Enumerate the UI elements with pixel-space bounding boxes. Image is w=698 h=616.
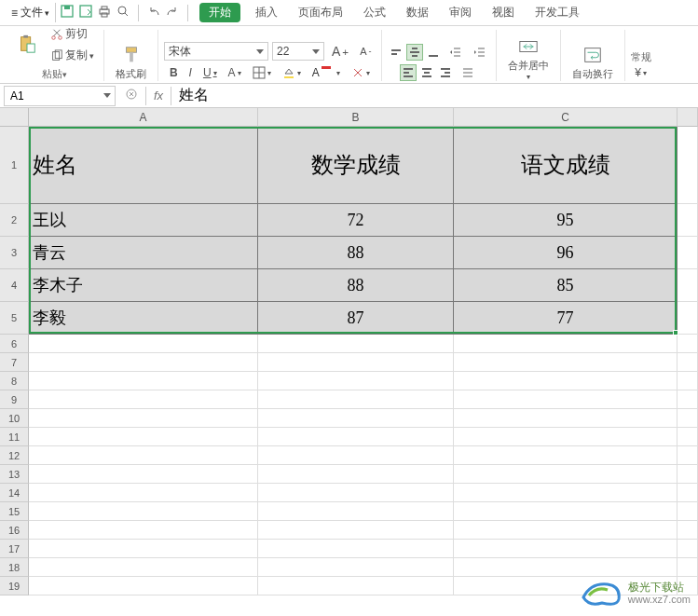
align-center-icon[interactable]	[418, 64, 435, 81]
cell[interactable]	[29, 372, 258, 390]
align-top-icon[interactable]	[388, 44, 404, 61]
save-as-icon[interactable]	[78, 4, 93, 21]
cell[interactable]: 72	[258, 204, 454, 237]
cell[interactable]	[258, 484, 454, 502]
file-menu[interactable]: ≡ 文件 ▾	[6, 3, 56, 22]
row-header[interactable]: 13	[0, 465, 29, 484]
decrease-font-icon[interactable]: A-	[356, 44, 375, 59]
row-header[interactable]: 5	[0, 302, 29, 335]
cells-area[interactable]: 姓名数学成绩语文成绩王以7295青云8896李木子8885李毅8777	[29, 127, 698, 595]
column-header[interactable]: C	[454, 108, 677, 127]
row-header[interactable]: 14	[0, 484, 29, 502]
cell[interactable]	[29, 446, 258, 465]
cell[interactable]: 88	[258, 237, 454, 269]
border-button[interactable]: ▾	[249, 64, 275, 81]
increase-font-icon[interactable]: A+	[328, 42, 352, 61]
column-header[interactable]: A	[29, 108, 258, 127]
cell[interactable]	[454, 521, 677, 540]
font-color-button[interactable]: A▾	[308, 64, 344, 81]
cell[interactable]	[454, 335, 677, 353]
cell[interactable]	[258, 502, 454, 521]
cell[interactable]	[677, 465, 698, 484]
print-icon[interactable]	[97, 4, 112, 21]
cell[interactable]	[29, 484, 258, 502]
cell[interactable]: 96	[454, 237, 677, 269]
cell[interactable]: 李毅	[29, 302, 258, 335]
cell[interactable]	[454, 372, 677, 390]
cell[interactable]: 88	[258, 269, 454, 302]
cell[interactable]	[677, 502, 698, 521]
cell[interactable]	[677, 484, 698, 502]
cell[interactable]: 77	[454, 302, 677, 335]
copy-button[interactable]: 复制▾	[47, 46, 98, 65]
cell[interactable]	[677, 558, 698, 577]
cell[interactable]	[454, 428, 677, 446]
cell[interactable]	[29, 409, 258, 428]
cell[interactable]	[454, 558, 677, 577]
cell[interactable]	[258, 390, 454, 409]
cancel-formula-icon[interactable]	[125, 88, 138, 103]
font-name-select[interactable]: 宋体	[164, 42, 268, 61]
row-header[interactable]: 6	[0, 335, 29, 353]
increase-indent-icon[interactable]	[470, 44, 490, 61]
cell[interactable]	[454, 390, 677, 409]
align-justify-icon[interactable]	[458, 64, 478, 81]
paste-button[interactable]	[11, 34, 43, 56]
wrap-text-button[interactable]: 自动换行	[567, 45, 619, 81]
formula-input[interactable]: 姓名	[173, 86, 698, 105]
italic-button[interactable]: I	[185, 64, 196, 81]
cell[interactable]	[677, 540, 698, 558]
cell[interactable]	[454, 502, 677, 521]
select-all-corner[interactable]	[0, 108, 29, 127]
decrease-indent-icon[interactable]	[445, 44, 466, 61]
fx-icon[interactable]: fx	[154, 89, 163, 103]
underline-button[interactable]: U▾	[199, 64, 221, 81]
align-bottom-icon[interactable]	[425, 44, 442, 61]
cell[interactable]: 87	[258, 302, 454, 335]
cell[interactable]	[454, 465, 677, 484]
row-header[interactable]: 12	[0, 446, 29, 465]
row-header[interactable]: 4	[0, 269, 29, 302]
cell[interactable]	[29, 390, 258, 409]
column-header[interactable]	[677, 108, 698, 127]
align-middle-icon[interactable]	[406, 44, 423, 61]
tab-start[interactable]: 开始	[199, 3, 240, 22]
cell[interactable]: 85	[454, 269, 677, 302]
cell[interactable]	[677, 428, 698, 446]
row-header[interactable]: 2	[0, 204, 29, 237]
cell[interactable]	[29, 577, 258, 595]
row-header[interactable]: 11	[0, 428, 29, 446]
cell[interactable]: 青云	[29, 237, 258, 269]
cell[interactable]	[29, 540, 258, 558]
row-header[interactable]: 8	[0, 372, 29, 390]
row-header[interactable]: 7	[0, 353, 29, 372]
cell[interactable]	[677, 302, 698, 335]
cell[interactable]: 语文成绩	[454, 127, 677, 204]
tab-page-layout[interactable]: 页面布局	[293, 3, 349, 22]
cell[interactable]	[258, 446, 454, 465]
cell[interactable]	[677, 390, 698, 409]
cell[interactable]	[677, 237, 698, 269]
cell[interactable]	[258, 465, 454, 484]
row-header[interactable]: 16	[0, 521, 29, 540]
cell[interactable]	[29, 465, 258, 484]
row-header[interactable]: 9	[0, 390, 29, 409]
cell[interactable]: 数学成绩	[258, 127, 454, 204]
cell[interactable]	[29, 502, 258, 521]
currency-icon[interactable]: ¥▾	[631, 64, 650, 81]
cell[interactable]	[677, 446, 698, 465]
cell[interactable]	[258, 335, 454, 353]
cell[interactable]	[677, 335, 698, 353]
merge-center-button[interactable]: 合并居中▾	[502, 36, 554, 81]
cell[interactable]: 95	[454, 204, 677, 237]
cell[interactable]	[677, 204, 698, 237]
tab-formula[interactable]: 公式	[358, 3, 391, 22]
cell[interactable]	[29, 558, 258, 577]
row-header[interactable]: 18	[0, 558, 29, 577]
cell[interactable]	[454, 409, 677, 428]
cell[interactable]	[29, 335, 258, 353]
cell[interactable]	[454, 484, 677, 502]
tab-view[interactable]: 视图	[486, 3, 520, 22]
cell[interactable]	[29, 521, 258, 540]
fill-color-button[interactable]: ▾	[279, 64, 305, 81]
